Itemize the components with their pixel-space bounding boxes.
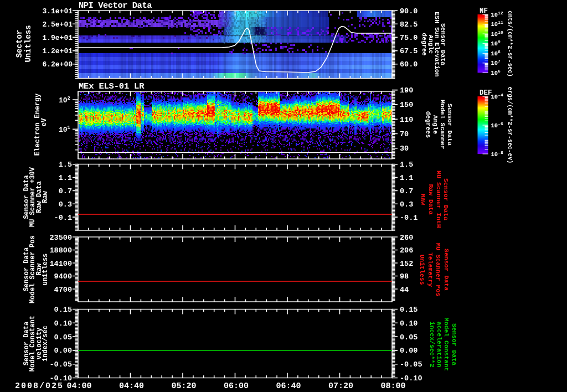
svg-text:10-8: 10-8 bbox=[491, 150, 503, 158]
svg-text:102: 102 bbox=[59, 96, 70, 105]
svg-text:6.2e+00: 6.2e+00 bbox=[42, 60, 73, 69]
svg-text:Angle: Angle bbox=[432, 115, 439, 135]
svg-text:0.7: 0.7 bbox=[59, 187, 72, 195]
svg-text:-0.1: -0.1 bbox=[400, 214, 417, 222]
svg-text:-0.05: -0.05 bbox=[400, 360, 422, 369]
svg-text:107: 107 bbox=[491, 59, 501, 66]
svg-text:23500: 23500 bbox=[49, 234, 72, 242]
svg-text:152: 152 bbox=[400, 260, 413, 268]
svg-text:Model Constant: Model Constant bbox=[443, 318, 450, 372]
svg-text:67.5: 67.5 bbox=[400, 47, 417, 55]
svg-text:2008/025: 2008/025 bbox=[15, 381, 64, 391]
svg-text:0.7: 0.7 bbox=[400, 187, 413, 195]
svg-text:05:20: 05:20 bbox=[171, 381, 196, 391]
svg-text:1012: 1012 bbox=[491, 11, 503, 18]
svg-text:4700: 4700 bbox=[54, 286, 72, 294]
svg-text:Unitless: Unitless bbox=[24, 25, 33, 62]
svg-text:NF: NF bbox=[480, 7, 488, 15]
svg-text:Raw: Raw bbox=[420, 194, 427, 205]
svg-text:MU Scanner Pos: MU Scanner Pos bbox=[435, 243, 442, 297]
svg-text:30: 30 bbox=[400, 145, 409, 153]
svg-text:10-4: 10-4 bbox=[491, 92, 503, 100]
svg-text:2.5e+01: 2.5e+01 bbox=[42, 20, 73, 29]
svg-text:Sensor Data: Sensor Data bbox=[446, 104, 453, 146]
svg-text:3.1e+01: 3.1e+01 bbox=[42, 7, 73, 16]
svg-text:70: 70 bbox=[400, 130, 409, 138]
svg-text:260: 260 bbox=[400, 234, 413, 242]
svg-text:109: 109 bbox=[491, 39, 501, 47]
svg-text:cnts/(cm**2-sr-sec): cnts/(cm**2-sr-sec) bbox=[507, 11, 513, 77]
svg-text:0.15: 0.15 bbox=[54, 306, 72, 314]
svg-text:Unitless: Unitless bbox=[419, 254, 426, 285]
svg-text:MU Scanner IntH: MU Scanner IntH bbox=[435, 171, 442, 228]
svg-text:ergs/(cm**2-sr-sec-eV): ergs/(cm**2-sr-sec-eV) bbox=[507, 87, 513, 164]
svg-text:-0.05: -0.05 bbox=[49, 360, 72, 369]
svg-text:60.0: 60.0 bbox=[400, 60, 417, 69]
svg-text:0.10: 0.10 bbox=[400, 319, 417, 328]
svg-text:0.00: 0.00 bbox=[54, 347, 72, 355]
svg-text:1.5: 1.5 bbox=[400, 161, 413, 169]
svg-text:0.10: 0.10 bbox=[54, 319, 72, 328]
svg-text:08:00: 08:00 bbox=[380, 381, 405, 391]
svg-text:unitless: unitless bbox=[42, 254, 49, 286]
svg-text:106: 106 bbox=[491, 69, 501, 76]
svg-text:108: 108 bbox=[491, 49, 501, 57]
svg-text:06:40: 06:40 bbox=[276, 381, 301, 391]
svg-text:1010: 1010 bbox=[491, 30, 503, 38]
svg-text:110: 110 bbox=[400, 116, 413, 124]
svg-text:acceleration: acceleration bbox=[436, 322, 443, 368]
svg-text:-0.1: -0.1 bbox=[54, 214, 72, 222]
svg-text:Sector: Sector bbox=[15, 30, 24, 58]
svg-text:0.00: 0.00 bbox=[400, 347, 417, 355]
svg-text:0.05: 0.05 bbox=[54, 333, 72, 342]
svg-text:04:00: 04:00 bbox=[66, 381, 91, 391]
svg-text:incex/sec**2: incex/sec**2 bbox=[429, 322, 436, 368]
svg-text:Raw Data: Raw Data bbox=[427, 184, 435, 214]
svg-text:98: 98 bbox=[400, 272, 409, 281]
svg-text:Telemetry: Telemetry bbox=[427, 252, 434, 287]
svg-text:07:20: 07:20 bbox=[328, 381, 353, 391]
svg-text:index/sec: index/sec bbox=[42, 326, 49, 362]
svg-text:14100: 14100 bbox=[49, 260, 72, 268]
svg-text:0.3: 0.3 bbox=[400, 200, 413, 209]
svg-text:9400: 9400 bbox=[54, 272, 72, 281]
svg-text:degrees: degrees bbox=[425, 111, 432, 138]
svg-text:06:00: 06:00 bbox=[224, 381, 249, 391]
svg-text:Raw: Raw bbox=[42, 190, 49, 203]
svg-text:1.5: 1.5 bbox=[59, 161, 72, 169]
svg-text:150: 150 bbox=[400, 101, 413, 109]
svg-text:101: 101 bbox=[59, 125, 71, 134]
svg-text:Sensor Data: Sensor Data bbox=[443, 249, 450, 291]
svg-text:0.3: 0.3 bbox=[59, 200, 72, 209]
svg-text:DEF: DEF bbox=[480, 89, 492, 97]
svg-text:eV: eV bbox=[40, 118, 48, 127]
svg-text:degree: degree bbox=[421, 33, 428, 56]
svg-text:Model Scanner: Model Scanner bbox=[439, 100, 446, 149]
svg-text:10-6: 10-6 bbox=[491, 121, 503, 129]
svg-text:0.15: 0.15 bbox=[400, 306, 417, 314]
svg-text:18800: 18800 bbox=[49, 246, 72, 255]
svg-text:04:40: 04:40 bbox=[119, 381, 144, 391]
svg-text:MEx ELS-01 LR: MEx ELS-01 LR bbox=[79, 81, 145, 91]
svg-text:90.0: 90.0 bbox=[400, 7, 417, 16]
svg-text:1.2e+01: 1.2e+01 bbox=[42, 47, 73, 55]
svg-text:NPI Vector Data: NPI Vector Data bbox=[79, 1, 152, 11]
svg-text:Sensor Data: Sensor Data bbox=[442, 178, 450, 220]
svg-text:75.0: 75.0 bbox=[400, 34, 417, 42]
svg-text:1.1: 1.1 bbox=[400, 174, 413, 182]
svg-text:82.5: 82.5 bbox=[400, 20, 417, 29]
svg-text:1.1: 1.1 bbox=[59, 174, 72, 182]
svg-text:0.05: 0.05 bbox=[400, 333, 417, 342]
svg-text:190: 190 bbox=[400, 86, 413, 95]
svg-text:206: 206 bbox=[400, 246, 413, 255]
svg-text:44: 44 bbox=[400, 286, 409, 294]
svg-text:1.9e+01: 1.9e+01 bbox=[42, 34, 73, 42]
svg-text:Sensor Data: Sensor Data bbox=[451, 323, 458, 365]
svg-text:1011: 1011 bbox=[491, 20, 503, 28]
